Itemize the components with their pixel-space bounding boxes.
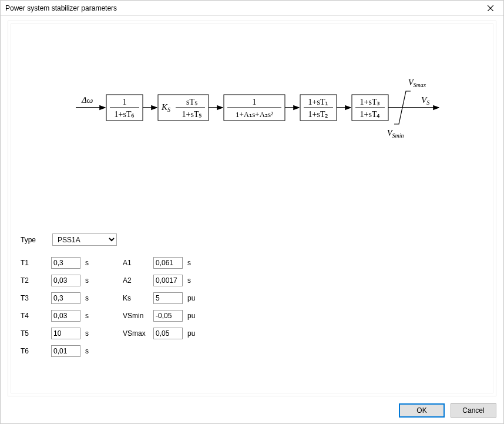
field-vsmax: VSmax pu <box>123 327 201 340</box>
label-t2: T2 <box>21 276 51 285</box>
unit-vsmin: pu <box>187 312 201 320</box>
unit-a2: s <box>187 276 201 285</box>
input-t4[interactable] <box>51 310 80 322</box>
input-vsmax[interactable] <box>153 328 183 339</box>
unit-a1: s <box>187 259 201 267</box>
field-t2: T2 s <box>21 274 99 287</box>
limit-max: VSmax <box>408 78 426 88</box>
content-frame: Δω 1 1+sT₆ KS sT₅ 1+sT₅ 1 1+A₁s+A₂s² <box>8 21 496 396</box>
params-column-right: A1 s A2 s Ks pu VSmin <box>123 256 201 362</box>
unit-t2: s <box>85 276 99 285</box>
diagram-input-label: Δω <box>81 95 93 105</box>
diagram-output: VS <box>421 95 429 106</box>
inner-frame: Δω 1 1+sT₆ KS sT₅ 1+sT₅ 1 1+A₁s+A₂s² <box>11 24 493 393</box>
input-t6[interactable] <box>51 345 80 357</box>
unit-t4: s <box>85 312 99 320</box>
limit-min: VSmin <box>387 129 404 139</box>
input-a2[interactable] <box>153 275 183 286</box>
unit-t3: s <box>85 294 99 302</box>
title-bar: Power system stabilizer parameters <box>1 1 503 16</box>
block3-den: 1+A₁s+A₂s² <box>236 110 273 119</box>
block5-den: 1+sT₄ <box>360 110 381 119</box>
label-vsmin: VSmin <box>123 312 153 320</box>
close-icon <box>488 5 493 11</box>
unit-t1: s <box>85 259 99 267</box>
field-t1: T1 s <box>21 256 99 269</box>
block-diagram: Δω 1 1+sT₆ KS sT₅ 1+sT₅ 1 1+A₁s+A₂s² <box>21 31 483 231</box>
input-t5[interactable] <box>51 328 80 339</box>
unit-ks: pu <box>187 294 201 302</box>
field-vsmin: VSmin pu <box>123 309 201 322</box>
field-t4: T4 s <box>21 309 99 322</box>
field-t5: T5 s <box>21 327 99 340</box>
input-t3[interactable] <box>51 292 80 304</box>
label-t1: T1 <box>21 259 51 267</box>
field-t3: T3 s <box>21 292 99 305</box>
field-a2: A2 s <box>123 274 201 287</box>
window-title: Power system stabilizer parameters <box>5 4 479 12</box>
block3-num: 1 <box>253 98 257 106</box>
field-t6: T6 s <box>21 345 99 358</box>
parameters-form: Type PSS1A T1 s T2 s <box>21 231 483 362</box>
label-t4: T4 <box>21 312 51 320</box>
type-select[interactable]: PSS1A <box>52 233 117 246</box>
block5-num: 1+sT₃ <box>360 98 381 106</box>
input-t2[interactable] <box>51 275 80 286</box>
label-vsmax: VSmax <box>123 329 153 338</box>
block2-num: sT₅ <box>186 98 198 106</box>
label-t6: T6 <box>21 347 51 355</box>
block1-num: 1 <box>123 98 127 106</box>
label-a2: A2 <box>123 276 153 285</box>
input-vsmin[interactable] <box>153 310 183 322</box>
close-button[interactable] <box>479 1 502 15</box>
dialog-button-bar: OK Cancel <box>399 403 496 418</box>
input-a1[interactable] <box>153 257 183 269</box>
label-a1: A1 <box>123 259 153 267</box>
label-ks: Ks <box>123 294 153 302</box>
block1-den: 1+sT₆ <box>115 110 135 119</box>
field-ks: Ks pu <box>123 292 201 305</box>
field-a1: A1 s <box>123 256 201 269</box>
cancel-button[interactable]: Cancel <box>451 403 496 418</box>
unit-vsmax: pu <box>187 329 201 338</box>
block4-num: 1+sT₁ <box>308 98 329 106</box>
label-t3: T3 <box>21 294 51 302</box>
unit-t5: s <box>85 329 99 338</box>
params-column-left: T1 s T2 s T3 s T4 <box>21 256 99 362</box>
block4-den: 1+sT₂ <box>308 110 329 119</box>
block2-den: 1+sT₅ <box>182 110 203 119</box>
ok-button[interactable]: OK <box>399 403 445 418</box>
label-t5: T5 <box>21 329 51 338</box>
input-ks[interactable] <box>153 292 183 304</box>
type-label: Type <box>21 236 52 244</box>
block2-ks: KS <box>161 102 170 113</box>
unit-t6: s <box>85 347 99 355</box>
input-t1[interactable] <box>51 257 80 269</box>
